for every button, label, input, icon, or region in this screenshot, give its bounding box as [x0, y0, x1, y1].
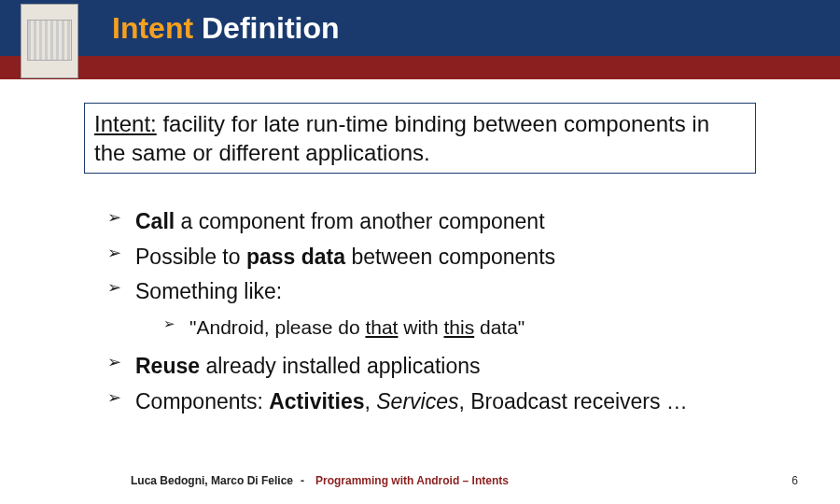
title-accent-word: Intent [112, 11, 193, 45]
title-rest: Definition [193, 11, 339, 45]
sub-text: with [398, 316, 443, 338]
university-seal-logo [21, 4, 78, 78]
bullet-list: Call a component from another component … [107, 205, 779, 421]
bullet-item: Possible to pass data between components [107, 241, 779, 274]
bullet-bold: pass data [246, 245, 345, 269]
bullet-text: , Broadcast receivers … [458, 389, 687, 413]
sub-underline: this [443, 316, 474, 338]
bullet-text: , [364, 389, 376, 413]
bullet-item: Something like: [107, 275, 779, 309]
definition-text: facility for late run-time binding betwe… [94, 111, 709, 165]
footer-separator: - [301, 474, 304, 487]
bullet-bold: Activities [269, 389, 364, 413]
bullet-text: Components: [135, 389, 269, 413]
header-red-bar [0, 56, 840, 79]
footer-authors: Luca Bedogni, Marco Di Felice [131, 474, 293, 487]
bullet-item: Components: Activities, Services, Broadc… [107, 385, 779, 419]
bullet-item: Reuse already installed applications [107, 350, 779, 384]
footer-topic: Programming with Android – Intents [315, 474, 509, 487]
footer-page-number: 6 [791, 474, 798, 487]
sub-underline: that [365, 316, 398, 338]
sub-text: data" [474, 316, 525, 338]
bullet-bold: Call [135, 209, 175, 233]
slide-title: Intent Definition [112, 11, 340, 46]
bullet-text: Possible to [135, 245, 246, 269]
bullet-text: a component from another component [175, 209, 544, 233]
bullet-text: between components [345, 245, 555, 269]
bullet-text: already installed applications [200, 354, 480, 378]
bullet-item: Call a component from another component [107, 205, 779, 239]
bullet-bold: Reuse [135, 354, 200, 378]
bullet-italic: Services [376, 389, 458, 413]
definition-box: Intent: facility for late run-time bindi… [84, 103, 756, 174]
sub-bullet-item: "Android, please do that with this data" [163, 313, 779, 343]
bullet-text: Something like: [135, 279, 282, 303]
sub-text: "Android, please do [189, 316, 365, 338]
definition-lead: Intent: [94, 111, 157, 136]
